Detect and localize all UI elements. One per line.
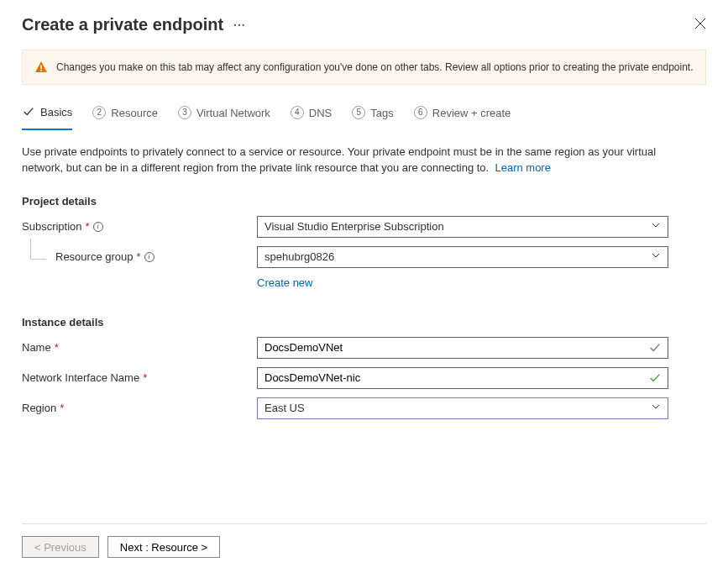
create-new-link[interactable]: Create new <box>257 276 312 289</box>
previous-button: < Previous <box>22 536 99 558</box>
svg-rect-2 <box>40 66 42 70</box>
resource-group-label: Resource group <box>55 250 134 263</box>
warning-icon <box>34 60 48 74</box>
info-icon[interactable]: i <box>144 252 155 262</box>
tab-resource[interactable]: 2 Resource <box>92 105 158 130</box>
nic-input[interactable] <box>264 368 649 388</box>
more-menu[interactable]: ··· <box>233 18 246 32</box>
region-select[interactable]: East US <box>257 397 668 419</box>
name-label: Name <box>22 341 51 354</box>
tab-virtual-network[interactable]: 3 Virtual Network <box>178 105 270 130</box>
required-asterisk: * <box>55 341 59 354</box>
svg-rect-3 <box>40 70 42 71</box>
tab-dns[interactable]: 4 DNS <box>291 105 332 130</box>
check-icon <box>22 105 35 118</box>
resource-group-value: spehubrg0826 <box>264 247 334 267</box>
chevron-down-icon <box>651 247 661 267</box>
tab-label: Review + create <box>432 107 511 119</box>
step-number: 3 <box>178 106 191 119</box>
tab-label: DNS <box>309 107 332 119</box>
close-button[interactable] <box>694 18 706 32</box>
required-asterisk: * <box>60 402 64 414</box>
chevron-down-icon <box>651 217 661 237</box>
next-button[interactable]: Next : Resource > <box>107 536 220 558</box>
tab-label: Tags <box>370 107 393 119</box>
chevron-down-icon <box>651 398 661 418</box>
tab-label: Resource <box>111 107 158 119</box>
resource-group-select[interactable]: spehubrg0826 <box>257 246 668 268</box>
name-input-wrapper <box>257 337 668 359</box>
tab-label: Basics <box>40 106 72 118</box>
warning-text: Changes you make on this tab may affect … <box>56 61 694 73</box>
region-label: Region <box>22 402 56 414</box>
required-asterisk: * <box>86 220 90 233</box>
subscription-select[interactable]: Visual Studio Enterprise Subscription <box>257 216 668 238</box>
learn-more-link[interactable]: Learn more <box>495 161 550 174</box>
page-title: Create a private endpoint <box>22 15 223 34</box>
info-icon[interactable]: i <box>93 222 103 232</box>
step-number: 2 <box>92 106 106 119</box>
description-text: Use private endpoints to privately conne… <box>22 145 677 176</box>
step-number: 4 <box>291 106 304 119</box>
instance-details-heading: Instance details <box>22 316 706 329</box>
warning-banner: Changes you make on this tab may affect … <box>22 50 706 85</box>
tab-review-create[interactable]: 6 Review + create <box>414 105 511 130</box>
required-asterisk: * <box>143 371 147 384</box>
nic-input-wrapper <box>257 367 668 389</box>
name-input[interactable] <box>264 338 649 358</box>
valid-icon <box>649 372 661 384</box>
step-number: 5 <box>352 106 365 119</box>
nic-label: Network Interface Name <box>22 371 139 384</box>
region-value: East US <box>264 398 305 418</box>
subscription-value: Visual Studio Enterprise Subscription <box>264 217 444 237</box>
project-details-heading: Project details <box>22 195 706 208</box>
subscription-label: Subscription <box>22 220 82 233</box>
required-asterisk: * <box>137 250 141 263</box>
tab-label: Virtual Network <box>196 107 270 119</box>
tab-bar: Basics 2 Resource 3 Virtual Network 4 DN… <box>22 105 706 131</box>
step-number: 6 <box>414 106 427 119</box>
valid-icon <box>649 342 661 354</box>
tab-tags[interactable]: 5 Tags <box>352 105 393 130</box>
tab-basics[interactable]: Basics <box>22 105 72 130</box>
